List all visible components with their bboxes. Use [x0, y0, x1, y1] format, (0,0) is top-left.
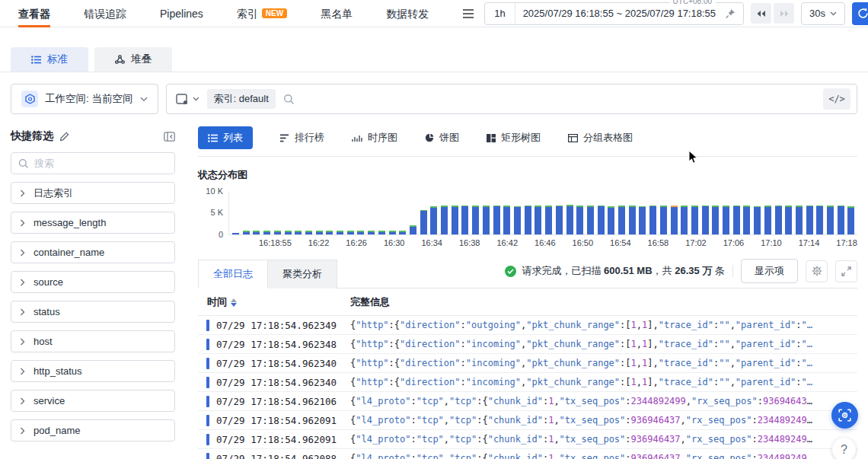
step-forward-button[interactable]	[774, 3, 794, 24]
view-tab[interactable]: 饼图	[425, 131, 459, 145]
view-tab[interactable]: 时序图	[352, 131, 397, 145]
log-row[interactable]: 07/29 17:18:54.962091{"l4_proto":"tcp","…	[198, 430, 857, 449]
app-window: 查看器错误追踪Pipelines索引NEW黑名单数据转发 UTC+08:00 1…	[0, 0, 868, 459]
sidebar-filter-item[interactable]: message_length	[11, 212, 175, 234]
nav-item[interactable]: 黑名单	[321, 0, 353, 27]
log-time: 07/29 17:18:54.962340	[216, 358, 350, 369]
chevron-right-icon	[20, 427, 25, 435]
filter-bar: 工作空间: 当前空间 索引: default </>	[0, 72, 868, 114]
refresh-button[interactable]	[852, 2, 868, 25]
inspect-fab-button[interactable]	[831, 402, 858, 429]
timeseries-icon	[352, 134, 362, 142]
settings-button[interactable]	[806, 260, 828, 282]
time-column-header[interactable]: 时间	[198, 295, 350, 309]
fullscreen-button[interactable]	[835, 260, 857, 282]
chart-bar	[806, 206, 813, 234]
chart-bar	[337, 231, 343, 234]
query-box[interactable]: 索引: default </>	[166, 84, 857, 114]
chart-bar	[461, 206, 468, 234]
time-range-group: UTC+08:00 1h 2025/07/29 16:18:55 ~ 2025/…	[484, 2, 744, 25]
view-tab-label: 排行榜	[295, 131, 324, 145]
help-button[interactable]: ?	[832, 438, 856, 459]
log-row[interactable]: 07/29 17:18:54.962088{"l4_proto":"tcp","…	[198, 449, 857, 459]
log-rows: 07/29 17:18:54.962349{"http":{"direction…	[198, 316, 857, 459]
sidebar-filter-item[interactable]: host	[11, 330, 175, 352]
refresh-interval-value: 30s	[809, 8, 825, 19]
log-message: {"l4_proto":"tcp","tcp":{"chunk_id":1,"t…	[350, 396, 857, 406]
index-filter-tag[interactable]: 索引: default	[207, 89, 276, 109]
refresh-interval-select[interactable]: 30s	[801, 2, 845, 25]
quick-range-button[interactable]: 1h	[485, 3, 515, 24]
mode-tab-label: 堆叠	[131, 53, 152, 66]
chevron-right-icon	[20, 397, 25, 405]
sort-icon[interactable]	[231, 298, 237, 307]
log-row[interactable]: 07/29 17:18:54.962349{"http":{"direction…	[198, 316, 857, 335]
sidebar-filter-item[interactable]: pod_name	[11, 419, 175, 441]
log-tab[interactable]: 全部日志	[198, 260, 268, 288]
sidebar-filter-item[interactable]: container_name	[11, 241, 175, 263]
view-tab[interactable]: 排行榜	[280, 131, 324, 145]
log-tab[interactable]: 聚类分析	[268, 260, 337, 288]
time-column-label: 时间	[207, 295, 227, 309]
chart-bar	[378, 231, 385, 234]
chart-bar	[503, 206, 510, 234]
expand-icon	[841, 266, 851, 276]
row-marker	[206, 339, 209, 350]
nav-item[interactable]: 索引NEW	[237, 0, 287, 27]
view-tab-label: 列表	[223, 131, 243, 145]
scan-icon	[838, 409, 851, 422]
divider	[732, 265, 733, 277]
chart-bar	[838, 206, 844, 234]
saved-query-select[interactable]	[176, 94, 199, 105]
nav-item[interactable]: 错误追踪	[84, 0, 126, 27]
mode-tab[interactable]: 堆叠	[94, 47, 172, 72]
view-tab[interactable]: 矩形树图	[487, 131, 541, 145]
chart-bars	[229, 191, 857, 234]
display-items-button[interactable]: 显示项	[741, 259, 798, 283]
sidebar-filter-item[interactable]: http_status	[11, 360, 175, 382]
time-range-value[interactable]: 2025/07/29 16:18:55 ~ 2025/07/29 17:18:5…	[515, 8, 723, 19]
list-icon	[31, 56, 41, 64]
chart-bar	[660, 206, 667, 234]
sidebar-filter-item[interactable]: status	[11, 301, 175, 323]
view-tab-label: 矩形树图	[501, 131, 541, 145]
chart-bar	[733, 206, 740, 234]
y-axis-label: 10 K	[199, 186, 223, 196]
chart-bar	[295, 231, 302, 234]
edit-icon[interactable]	[59, 132, 69, 142]
top-nav: 查看器错误追踪Pipelines索引NEW黑名单数据转发 UTC+08:00 1…	[0, 0, 868, 27]
time-step-buttons	[751, 3, 794, 24]
chevron-right-icon	[20, 308, 25, 316]
mode-tab[interactable]: 标准	[11, 47, 88, 72]
view-tab[interactable]: 分组表格图	[568, 131, 633, 145]
sidebar-filter-item[interactable]: service	[11, 390, 175, 412]
nav-item[interactable]: Pipelines	[160, 0, 203, 27]
chevron-right-icon	[20, 338, 25, 346]
workspace-select[interactable]: 工作空间: 当前空间	[11, 84, 158, 114]
chart-bar	[253, 231, 260, 234]
log-row[interactable]: 07/29 17:18:54.962106{"l4_proto":"tcp","…	[198, 392, 857, 411]
view-tab[interactable]: 列表	[198, 126, 253, 149]
log-row[interactable]: 07/29 17:18:54.962348{"http":{"direction…	[198, 335, 857, 354]
chart-bar	[316, 231, 323, 234]
log-row[interactable]: 07/29 17:18:54.962091{"l4_proto":"tcp","…	[198, 411, 857, 430]
y-axis-label: 5 K	[199, 208, 223, 217]
row-marker	[206, 396, 209, 407]
code-mode-button[interactable]: </>	[823, 88, 850, 110]
log-row[interactable]: 07/29 17:18:54.962340{"http":{"direction…	[198, 373, 857, 392]
sidebar-filter-item[interactable]: source	[11, 271, 175, 293]
log-time: 07/29 17:18:54.962091	[216, 434, 350, 445]
sidebar-search-input[interactable]: 搜索	[11, 152, 175, 174]
workspace-icon	[21, 91, 38, 107]
nav-items: 查看器错误追踪Pipelines索引NEW黑名单数据转发	[18, 0, 462, 27]
chart-bar	[847, 206, 854, 234]
nav-item[interactable]: 查看器	[18, 0, 50, 27]
pin-icon[interactable]	[723, 8, 743, 19]
nav-item[interactable]: 数据转发	[386, 0, 429, 27]
menu-icon[interactable]	[462, 8, 474, 19]
sidebar-filter-item[interactable]: 日志索引	[11, 182, 175, 204]
log-row[interactable]: 07/29 17:18:54.962340{"http":{"direction…	[198, 354, 857, 373]
step-back-button[interactable]	[751, 3, 771, 24]
collapse-sidebar-icon[interactable]	[164, 132, 175, 142]
treemap-icon	[487, 134, 496, 142]
